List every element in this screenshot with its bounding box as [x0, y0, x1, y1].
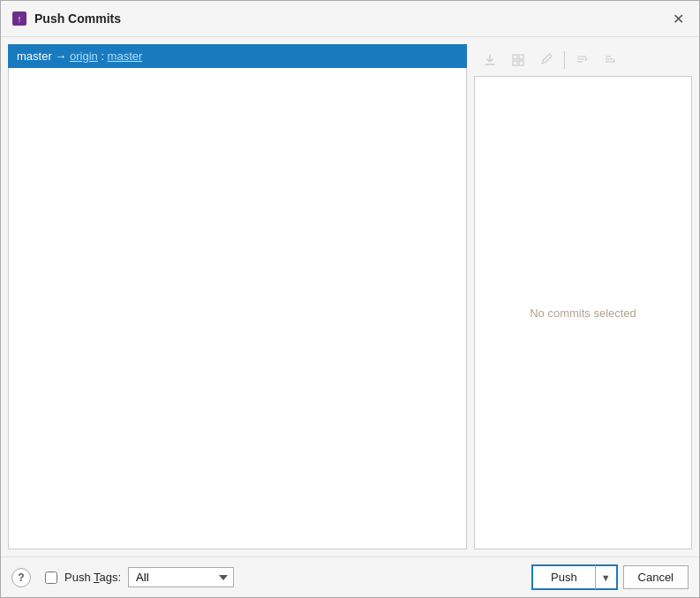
- svg-rect-4: [513, 61, 517, 65]
- separator: :: [98, 49, 108, 63]
- push-button[interactable]: Push: [531, 564, 595, 590]
- push-commits-dialog: ↑ Push Commits ✕ master → origin : maste…: [0, 0, 700, 598]
- commit-details-panel: No commits selected: [474, 76, 692, 549]
- grid-button[interactable]: [506, 49, 531, 72]
- dialog-icon: ↑: [11, 11, 27, 26]
- help-button[interactable]: ?: [11, 568, 31, 587]
- commits-list: [8, 68, 467, 549]
- main-content: master → origin : master: [1, 37, 699, 556]
- push-tags-label: Push Tags:: [64, 571, 121, 584]
- dialog-title: Push Commits: [34, 11, 667, 26]
- svg-rect-5: [519, 61, 523, 65]
- close-button[interactable]: ✕: [667, 8, 689, 29]
- left-panel: master → origin : master: [8, 44, 467, 549]
- bottom-bar: ? Push Tags: All None Annotated Push ▼ C…: [1, 556, 699, 597]
- arrow: →: [52, 49, 70, 63]
- right-toolbar: [474, 44, 692, 76]
- local-branch: master: [17, 49, 52, 63]
- toolbar-separator-1: [564, 51, 565, 69]
- push-tags-checkbox[interactable]: [45, 572, 57, 584]
- remote-link[interactable]: origin: [70, 49, 98, 63]
- no-commits-label: No commits selected: [530, 307, 636, 320]
- sort-asc-button[interactable]: [570, 49, 595, 72]
- push-tags-area: ? Push Tags: All None Annotated: [11, 567, 531, 587]
- branch-bar: master → origin : master: [8, 44, 467, 68]
- push-button-group: Push ▼: [531, 564, 618, 590]
- remote-branch-link[interactable]: master: [108, 49, 143, 63]
- fetch-button[interactable]: [478, 49, 502, 72]
- svg-rect-2: [513, 55, 517, 59]
- edit-button[interactable]: [534, 49, 559, 72]
- svg-text:↑: ↑: [17, 13, 22, 24]
- sort-desc-button[interactable]: [598, 49, 623, 72]
- title-bar: ↑ Push Commits ✕: [1, 1, 699, 37]
- cancel-button[interactable]: Cancel: [623, 565, 689, 589]
- push-dropdown-button[interactable]: ▼: [595, 564, 618, 590]
- push-tags-select[interactable]: All None Annotated: [128, 567, 234, 587]
- bottom-right: Push ▼ Cancel: [531, 564, 689, 590]
- svg-rect-3: [519, 55, 523, 59]
- right-panel: No commits selected: [474, 44, 692, 549]
